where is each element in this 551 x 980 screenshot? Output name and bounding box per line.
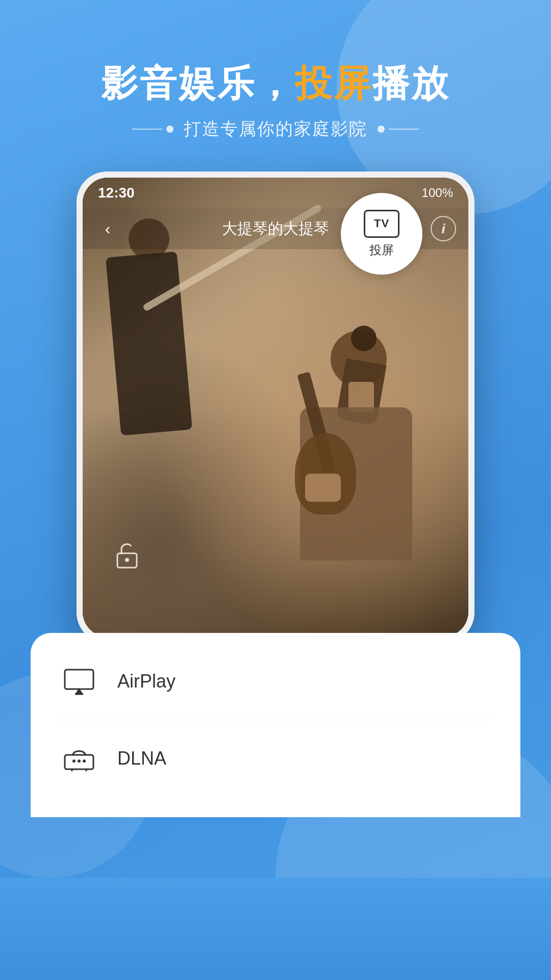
- header: 影音娱乐，投屏播放 打造专属你的家庭影院: [0, 0, 551, 141]
- tv-cast-button[interactable]: TV 投屏: [341, 193, 422, 275]
- status-time: 12:30: [98, 185, 135, 201]
- tv-icon-text: TV: [374, 217, 389, 230]
- dot-right: [378, 126, 385, 133]
- phone-frame: 12:30 100% ‹ 大提琴的大提琴 i TV 投屏: [77, 172, 474, 643]
- subtitle-row: 打造专属你的家庭影院: [0, 117, 551, 141]
- tv-icon: TV: [364, 210, 399, 238]
- airplay-icon: [61, 664, 97, 699]
- phone-container: 12:30 100% ‹ 大提琴的大提琴 i TV 投屏: [77, 172, 474, 643]
- airplay-label: AirPlay: [117, 671, 176, 692]
- dash-right: [389, 129, 419, 130]
- svg-rect-2: [65, 670, 93, 689]
- dlna-icon: [61, 741, 97, 776]
- person-back: [290, 331, 468, 637]
- dlna-item[interactable]: DLNA: [61, 720, 490, 797]
- song-title: 大提琴的大提琴: [222, 218, 329, 239]
- status-bar: 12:30 100%: [83, 178, 468, 208]
- bottom-sheet: AirPlay DLNA: [31, 633, 520, 817]
- dot-left: [166, 126, 173, 133]
- bottom-bg: [0, 878, 551, 980]
- header-subtitle: 打造专属你的家庭影院: [184, 117, 367, 141]
- svg-point-9: [83, 760, 86, 763]
- back-icon: ‹: [105, 219, 111, 238]
- airplay-item[interactable]: AirPlay: [61, 643, 490, 720]
- title-part2: 播放: [372, 63, 450, 104]
- lock-icon[interactable]: [113, 541, 141, 576]
- dlna-label: DLNA: [117, 748, 166, 769]
- title-highlight: 投屏: [295, 63, 372, 104]
- back-button[interactable]: ‹: [95, 216, 120, 241]
- subtitle-line-right: [378, 126, 419, 133]
- title-part1: 影音娱乐，: [101, 63, 295, 104]
- info-button[interactable]: i: [431, 216, 456, 241]
- dash-left: [132, 129, 162, 130]
- musician-left: [103, 218, 205, 474]
- phone-screen: 12:30 100% ‹ 大提琴的大提琴 i TV 投屏: [83, 178, 468, 637]
- svg-point-7: [72, 760, 76, 763]
- header-title: 影音娱乐，投屏播放: [0, 61, 551, 105]
- svg-point-8: [78, 760, 81, 763]
- subtitle-line-left: [132, 126, 173, 133]
- info-icon: i: [441, 221, 445, 237]
- battery-indicator: 100%: [422, 186, 453, 200]
- tv-label: 投屏: [369, 242, 394, 258]
- svg-point-1: [125, 558, 129, 562]
